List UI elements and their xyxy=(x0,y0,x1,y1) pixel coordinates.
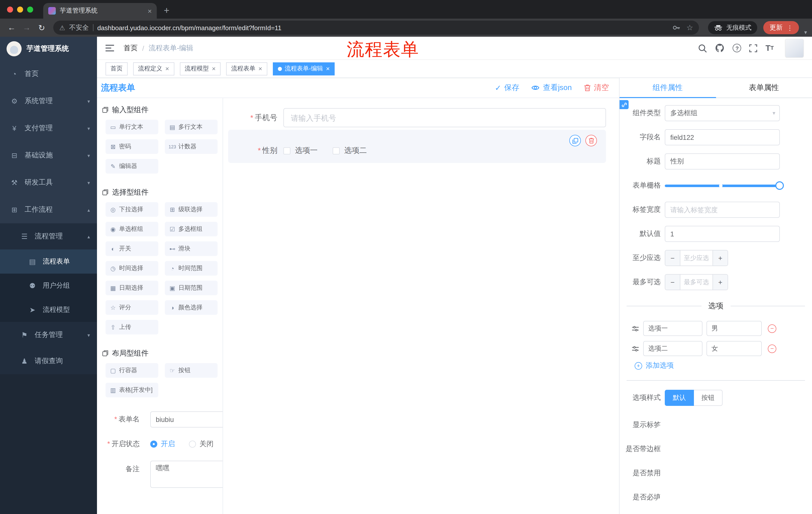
min-select-stepper[interactable]: 至少应选 xyxy=(665,250,728,266)
palette-item[interactable]: ◷时间选择 xyxy=(106,261,158,276)
drag-handle-icon[interactable] xyxy=(632,345,639,352)
default-value-input[interactable] xyxy=(665,226,780,242)
canvas-field-gender-selected[interactable]: 性别 选项一 选项二 xyxy=(228,130,606,163)
tag-process-form-edit[interactable]: 流程表单-编辑 × xyxy=(273,62,335,75)
canvas-field-phone[interactable]: 手机号 xyxy=(223,108,606,127)
tag-process-definition[interactable]: 流程定义 × xyxy=(133,62,174,75)
decrease-button[interactable] xyxy=(665,250,680,266)
option-value-input[interactable] xyxy=(706,341,762,356)
address-bar[interactable]: ⚠ 不安全 dashboard.yudao.iocoder.cn/bpm/man… xyxy=(53,21,699,35)
sidebar-item-system-management[interactable]: ⚙ 系统管理 ▾ xyxy=(0,87,97,115)
option-value-input[interactable] xyxy=(706,321,762,336)
palette-item[interactable]: ☆评分 xyxy=(106,300,158,315)
slider-handle[interactable] xyxy=(775,181,784,190)
palette-item[interactable]: ☑多选框组 xyxy=(165,222,218,236)
clear-button[interactable]: 清空 xyxy=(584,83,609,92)
field-name-input[interactable] xyxy=(665,129,780,145)
view-json-button[interactable]: 查看json xyxy=(531,83,572,92)
tag-process-form[interactable]: 流程表单 × xyxy=(226,62,267,75)
palette-item[interactable]: ⊞级联选择 xyxy=(165,202,218,217)
sidebar-item-infrastructure[interactable]: ⊟ 基础设施 ▾ xyxy=(0,142,97,169)
palette-item[interactable]: ◎下拉选择 xyxy=(106,202,158,217)
palette-item[interactable]: ◔时间范围 xyxy=(165,261,218,276)
palette-item[interactable]: ▢行容器 xyxy=(106,363,158,378)
max-select-stepper[interactable]: 最多可选 xyxy=(665,274,728,290)
password-key-icon[interactable] xyxy=(672,24,680,32)
form-grid-slider[interactable] xyxy=(665,178,780,194)
fullscreen-icon[interactable] xyxy=(749,44,757,52)
remove-option-button[interactable] xyxy=(768,324,776,333)
add-option-button[interactable]: 添加选项 xyxy=(635,361,812,370)
sidebar-item-workflow[interactable]: ⊞ 工作流程 ▴ xyxy=(0,196,97,223)
sidebar-item-home[interactable]: ◔ 首页 xyxy=(0,60,97,87)
sidebar-item-user-group[interactable]: ⚉ 用户分组 xyxy=(0,274,97,298)
sidebar-item-devtools[interactable]: ⚒ 研发工具 ▾ xyxy=(0,169,97,196)
title-input[interactable] xyxy=(665,154,780,169)
gender-option-1-checkbox[interactable]: 选项一 xyxy=(283,146,318,155)
browser-menu-icon[interactable]: ⋮ xyxy=(787,24,793,31)
form-name-input[interactable] xyxy=(150,411,223,428)
palette-item[interactable]: ⇧上传 xyxy=(106,320,158,334)
tag-process-model[interactable]: 流程模型 × xyxy=(180,62,221,75)
palette-item[interactable]: ▤多行文本 xyxy=(165,120,218,134)
new-tab-button[interactable]: + xyxy=(157,5,169,19)
sidebar-logo[interactable]: 芋道管理系统 xyxy=(0,37,97,60)
drag-handle-icon[interactable] xyxy=(632,325,639,332)
collapse-sidebar-icon[interactable] xyxy=(105,44,115,52)
palette-item[interactable]: ▥表格[开发中] xyxy=(106,383,158,397)
search-icon[interactable] xyxy=(698,44,707,53)
sidebar-item-process-management[interactable]: ☰ 流程管理 ▴ xyxy=(0,223,97,249)
palette-item[interactable]: ⊠密码 xyxy=(106,139,158,154)
bookmark-star-icon[interactable]: ☆ xyxy=(686,23,693,32)
sidebar-item-task-management[interactable]: ⚑ 任务管理 ▾ xyxy=(0,322,97,348)
github-icon[interactable] xyxy=(715,43,725,53)
tab-form-properties[interactable]: 表单属性 xyxy=(716,78,812,98)
palette-item[interactable]: ☞按钮 xyxy=(165,363,218,378)
copy-component-button[interactable] xyxy=(569,135,581,146)
zoom-window-button[interactable] xyxy=(27,6,33,12)
palette-item[interactable]: ▦日期选择 xyxy=(106,281,158,295)
palette-item[interactable]: ◐开关 xyxy=(106,241,158,256)
save-button[interactable]: ✓ 保存 xyxy=(495,83,519,92)
close-icon[interactable]: × xyxy=(326,65,330,73)
close-icon[interactable]: × xyxy=(258,65,262,73)
help-icon[interactable] xyxy=(733,44,742,52)
sidebar-item-payment-management[interactable]: ¥ 支付管理 ▾ xyxy=(0,115,97,142)
sidebar-item-process-model[interactable]: ➤ 流程模型 xyxy=(0,298,97,322)
palette-item[interactable]: ▣日期范围 xyxy=(165,281,218,295)
update-button[interactable]: 更新 ⋮ xyxy=(763,21,799,34)
increase-button[interactable] xyxy=(713,250,728,266)
tag-home[interactable]: 首页 xyxy=(106,62,127,75)
close-window-button[interactable] xyxy=(7,6,13,12)
font-size-icon[interactable]: TT xyxy=(765,44,774,52)
decrease-button[interactable] xyxy=(665,275,680,290)
status-off-radio[interactable]: 关闭 xyxy=(189,439,213,449)
close-icon[interactable]: × xyxy=(212,65,215,73)
user-avatar[interactable] xyxy=(785,38,804,58)
label-width-input[interactable] xyxy=(665,202,780,218)
back-icon[interactable]: ← xyxy=(5,23,18,32)
delete-component-button[interactable] xyxy=(585,135,597,146)
palette-item[interactable]: ◉单选框组 xyxy=(106,222,158,236)
sidebar-item-leave-query[interactable]: ♟ 请假查询 xyxy=(0,348,97,374)
palette-item[interactable]: ⊷滑块 xyxy=(165,241,218,256)
browser-tab[interactable]: 芋道管理系统 × xyxy=(43,3,157,19)
gender-option-2-checkbox[interactable]: 选项二 xyxy=(332,146,367,155)
palette-item[interactable]: ◑颜色选择 xyxy=(165,300,218,315)
phone-input[interactable] xyxy=(283,108,606,127)
remark-textarea[interactable]: 嘿嘿 xyxy=(150,461,223,488)
breadcrumb-home[interactable]: 首页 xyxy=(124,44,138,53)
close-icon[interactable]: × xyxy=(165,65,169,73)
option-label-input[interactable] xyxy=(643,341,702,356)
option-label-input[interactable] xyxy=(643,321,702,336)
reload-icon[interactable]: ↻ xyxy=(35,23,48,32)
increase-button[interactable] xyxy=(713,275,728,290)
status-on-radio[interactable]: 开启 xyxy=(150,439,175,449)
option-style-button[interactable]: 按钮 xyxy=(694,390,723,406)
palette-item[interactable]: ✎编辑器 xyxy=(106,159,158,173)
sidebar-item-process-form[interactable]: ▤ 流程表单 xyxy=(0,249,97,274)
tab-component-properties[interactable]: 组件属性 xyxy=(619,78,716,98)
palette-item[interactable]: ▭单行文本 xyxy=(106,120,158,134)
palette-item[interactable]: 123计数器 xyxy=(165,139,218,154)
link-handle-button[interactable] xyxy=(619,100,629,109)
